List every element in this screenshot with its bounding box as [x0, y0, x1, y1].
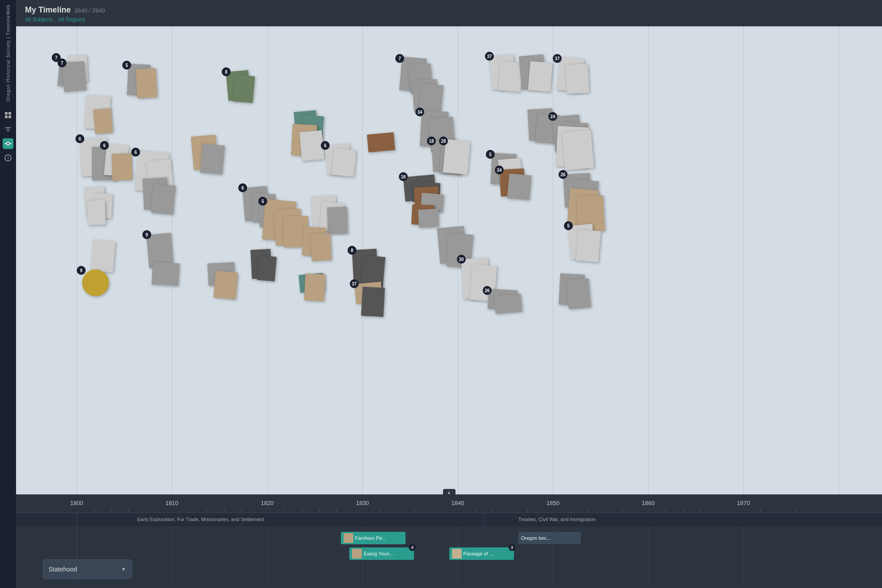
badge-8: 8 [222, 67, 231, 76]
era-2: Treaties, Civil War, and Immigration [518, 517, 596, 522]
svg-rect-1 [8, 112, 11, 115]
timeline-events: Farnham Pe... Oregon bec... Ewing Youn..… [16, 526, 882, 584]
event-ewing-thumb [352, 549, 362, 559]
badge-37: 37 [350, 279, 359, 288]
statehood-dropdown[interactable]: Statehood ▼ [43, 559, 132, 579]
badge-26: 26 [483, 286, 492, 295]
event-farnham[interactable]: Farnham Pe... [341, 532, 406, 544]
sidebar-icon-filter[interactable] [3, 124, 13, 135]
collapse-button[interactable]: ▲ [443, 489, 455, 495]
badge-5: 5 [122, 61, 131, 70]
event-passage-badge: 3 [509, 544, 516, 551]
timeline-bottom: ▲ 1800 1810 1820 1830 1840 1850 1860 187… [16, 494, 882, 588]
event-ewing-badge: 4 [409, 544, 416, 551]
badge-5c: 5 [486, 150, 495, 159]
badge-28: 28 [439, 137, 448, 145]
event-farnham-label: Farnham Pe... [355, 535, 386, 541]
badge-6e: 6 [321, 141, 330, 150]
svg-rect-0 [5, 112, 8, 115]
badge-6b: 6 [100, 141, 109, 150]
event-oregon[interactable]: Oregon bec... [518, 532, 581, 544]
item-count: 2640 / 2640 [75, 7, 105, 14]
badge-letter: 7 [58, 58, 66, 67]
year-1810: 1810 [166, 500, 178, 506]
era-1: Early Exploration, Fur Trade, Missionari… [137, 517, 264, 522]
event-passage-wrapper: Passage of ... 3 [449, 547, 514, 560]
header: My Timeline 2640 / 2640 All Subjects , A… [16, 0, 882, 26]
badge-7b: 7 [395, 54, 404, 63]
badge-34b: 34 [495, 166, 504, 174]
badge-6c: 6 [131, 148, 140, 157]
badge-18: 18 [427, 137, 436, 145]
main-area: My Timeline 2640 / 2640 All Subjects , A… [16, 0, 882, 588]
year-1820: 1820 [261, 500, 273, 506]
page-title: My Timeline [25, 5, 71, 15]
event-ewing-wrapper: Ewing Youn... 4 [349, 547, 414, 560]
badge-9b: 9 [142, 230, 151, 239]
event-farnham-thumb [344, 533, 353, 543]
event-oregon-label: Oregon bec... [521, 535, 551, 541]
event-ewing[interactable]: Ewing Youn... [349, 547, 414, 560]
timeline-axis: 1800 1810 1820 1830 1840 1850 1860 1870 [16, 495, 882, 513]
year-1860: 1860 [642, 500, 654, 506]
event-passage[interactable]: Passage of ... [449, 547, 514, 560]
sidebar-icon-timeline[interactable] [3, 138, 13, 149]
sidebar-icon-help[interactable]: ? [3, 153, 13, 163]
sidebar-icon-grid[interactable] [3, 110, 13, 120]
year-1800: 1800 [70, 500, 83, 506]
year-1870: 1870 [737, 500, 750, 506]
svg-rect-3 [8, 116, 11, 118]
badge-37b: 37 [485, 52, 494, 61]
year-1840: 1840 [451, 500, 464, 506]
badge-6d: 6 [238, 183, 247, 192]
event-passage-thumb [452, 549, 462, 559]
sidebar-org-label: Oregon Historical Society | TimelineWeb [6, 4, 11, 102]
header-filters: All Subjects , All Regions [25, 17, 873, 23]
event-passage-label: Passage of ... [464, 551, 493, 556]
canvas-area[interactable]: 7 7 6 6 [16, 26, 882, 494]
svg-point-8 [7, 143, 9, 145]
era-labels: Early Exploration, Fur Trade, Missionari… [16, 513, 882, 526]
badge-16: 16 [399, 172, 408, 181]
badge-8b: 8 [348, 246, 356, 255]
badge-37c: 37 [553, 54, 562, 63]
sidebar: Oregon Historical Society | TimelineWeb [0, 0, 16, 588]
badge-26b: 26 [559, 170, 567, 179]
filter-subjects-link[interactable]: All Subjects [25, 17, 53, 23]
header-title: My Timeline 2640 / 2640 [25, 5, 873, 15]
event-ewing-label: Ewing Youn... [364, 551, 393, 556]
chevron-down-icon: ▼ [121, 566, 126, 572]
badge-34: 34 [415, 108, 424, 116]
svg-rect-2 [5, 116, 8, 118]
badge-5d: 5 [564, 221, 573, 230]
year-1830: 1830 [356, 500, 369, 506]
badge-9: 9 [77, 266, 86, 275]
year-1850: 1850 [547, 500, 559, 506]
badge-5b: 5 [258, 197, 267, 206]
statehood-label: Statehood [49, 566, 77, 573]
svg-text:?: ? [7, 156, 9, 161]
filter-regions-link[interactable]: All Regions [58, 17, 85, 23]
badge-30: 30 [457, 255, 466, 264]
badge-24: 24 [548, 112, 557, 121]
badge-6: 6 [75, 134, 84, 143]
